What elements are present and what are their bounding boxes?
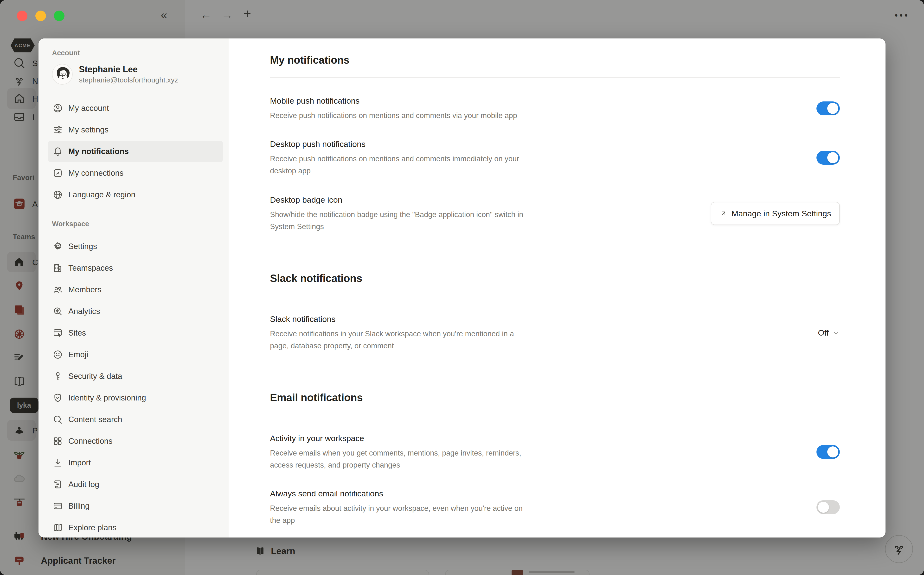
- divider: [270, 78, 840, 78]
- user-email: stephanie@toolsforthought.xyz: [79, 75, 178, 85]
- row-description: Receive emails about activity in your wo…: [270, 502, 523, 526]
- sidebar-item-content-search[interactable]: Content search: [48, 409, 223, 430]
- arrow-up-right-icon: [720, 210, 727, 217]
- search-sparkle-icon: [53, 306, 63, 316]
- select-value: Off: [818, 328, 829, 337]
- row-description: Receive notifications in your Slack work…: [270, 328, 514, 352]
- sidebar-item-security-data[interactable]: Security & data: [48, 365, 223, 387]
- row-description: Receive push notifications on mentions a…: [270, 110, 517, 122]
- sidebar-item-identity-provisioning[interactable]: Identity & provisioning: [48, 387, 223, 409]
- sidebar-item-emoji[interactable]: Emoji: [48, 344, 223, 365]
- minimize-window-button[interactable]: [35, 11, 46, 21]
- row-title: Slack notifications: [270, 313, 514, 324]
- key-icon: [53, 371, 63, 381]
- sidebar-item-sites[interactable]: Sites: [48, 322, 223, 344]
- grid-icon: [53, 436, 63, 446]
- slack-notifications-select[interactable]: Off: [818, 328, 840, 337]
- credit-card-icon: [53, 501, 63, 511]
- chevron-down-icon: [832, 329, 840, 337]
- search-icon: [53, 414, 63, 425]
- settings-sidebar: Account Stephanie Lee stephanie@toolsfor…: [38, 38, 229, 537]
- globe-icon: [53, 189, 63, 200]
- manage-system-settings-button[interactable]: Manage in System Settings: [711, 202, 840, 225]
- download-icon: [53, 457, 63, 468]
- user-name: Stephanie Lee: [79, 64, 178, 75]
- slack-section-heading: Slack notifications: [270, 272, 840, 284]
- row-title: Desktop badge icon: [270, 194, 523, 205]
- account-menu: My account My settings My notifications …: [48, 97, 223, 205]
- desktop-badge-row: Desktop badge icon Show/hide the notific…: [270, 194, 840, 233]
- always-send-email-toggle[interactable]: [816, 500, 840, 514]
- person-circle-icon: [53, 103, 63, 113]
- sidebar-item-members[interactable]: Members: [48, 279, 223, 300]
- row-title: Activity in your workspace: [270, 433, 521, 444]
- workspace-activity-toggle[interactable]: [816, 445, 840, 459]
- account-user[interactable]: Stephanie Lee stephanie@toolsforthought.…: [52, 64, 223, 85]
- people-icon: [53, 284, 63, 295]
- mobile-push-toggle[interactable]: [816, 102, 840, 115]
- arrow-up-right-square-icon: [53, 168, 63, 178]
- row-description: Show/hide the notification badge using t…: [270, 209, 523, 233]
- row-title: Desktop push notifications: [270, 138, 519, 149]
- desktop-push-row: Desktop push notifications Receive push …: [270, 138, 840, 177]
- divider: [270, 415, 840, 415]
- smiley-icon: [53, 349, 63, 360]
- sidebar-item-my-settings[interactable]: My settings: [48, 119, 223, 141]
- gear-icon: [53, 241, 63, 252]
- browser-cursor-icon: [53, 328, 63, 338]
- sidebar-item-my-account[interactable]: My account: [48, 97, 223, 119]
- workspace-section-label: Workspace: [52, 220, 229, 228]
- row-description: Receive push notifications on mentions a…: [270, 153, 519, 177]
- account-section-label: Account: [52, 49, 229, 57]
- zoom-window-button[interactable]: [54, 11, 64, 21]
- shield-check-icon: [53, 392, 63, 403]
- sidebar-item-explore-plans[interactable]: Explore plans: [48, 517, 223, 537]
- sidebar-item-import[interactable]: Import: [48, 452, 223, 473]
- mobile-push-row: Mobile push notifications Receive push n…: [270, 95, 840, 122]
- workspace-activity-row: Activity in your workspace Receive email…: [270, 433, 840, 471]
- notification-settings-panel: My notifications Mobile push notificatio…: [229, 38, 886, 537]
- sidebar-item-audit-log[interactable]: Audit log: [48, 473, 223, 495]
- settings-dialog: Account Stephanie Lee stephanie@toolsfor…: [38, 38, 886, 537]
- sidebar-item-my-notifications[interactable]: My notifications: [48, 141, 223, 162]
- close-window-button[interactable]: [17, 11, 27, 21]
- always-send-email-row: Always send email notifications Receive …: [270, 488, 840, 526]
- sidebar-item-teamspaces[interactable]: Teamspaces: [48, 257, 223, 279]
- building-icon: [53, 263, 63, 273]
- email-section-heading: Email notifications: [270, 391, 840, 404]
- window-controls: [17, 11, 64, 21]
- sidebar-item-analytics[interactable]: Analytics: [48, 300, 223, 322]
- workspace-menu: Settings Teamspaces Members Analytics Si…: [48, 235, 223, 537]
- divider: [270, 295, 840, 296]
- row-description: Receive emails when you get comments, me…: [270, 447, 521, 471]
- sidebar-item-settings[interactable]: Settings: [48, 235, 223, 257]
- row-title: Always send email notifications: [270, 488, 523, 499]
- app-window: ACME S N H I Favori A Teams C: [0, 0, 924, 575]
- sliders-icon: [53, 124, 63, 135]
- page-title: My notifications: [270, 54, 840, 66]
- slack-notifications-row: Slack notifications Receive notification…: [270, 313, 840, 352]
- sidebar-item-connections[interactable]: Connections: [48, 430, 223, 452]
- bell-icon: [53, 146, 63, 157]
- sidebar-item-billing[interactable]: Billing: [48, 495, 223, 517]
- sidebar-item-language-region[interactable]: Language & region: [48, 184, 223, 205]
- avatar: [52, 64, 73, 85]
- desktop-push-toggle[interactable]: [816, 151, 840, 165]
- row-title: Mobile push notifications: [270, 95, 517, 106]
- scroll-icon: [53, 479, 63, 490]
- map-icon: [53, 523, 63, 533]
- sidebar-item-my-connections[interactable]: My connections: [48, 162, 223, 184]
